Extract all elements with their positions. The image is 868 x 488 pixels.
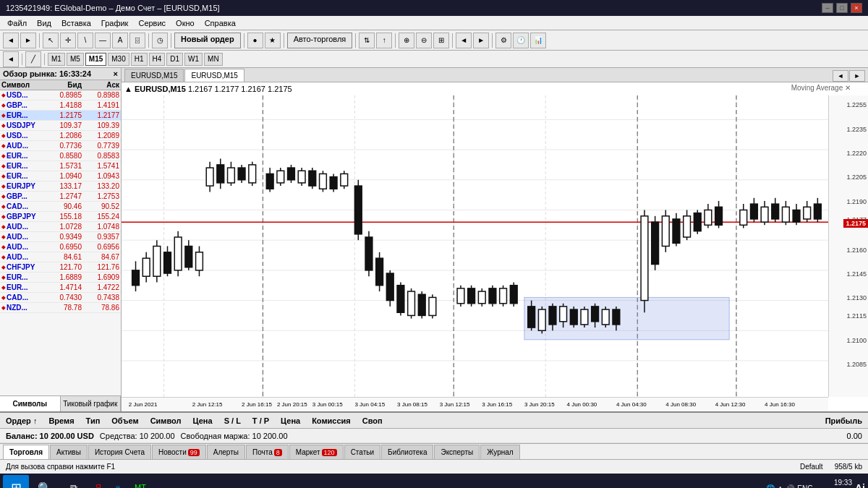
watchlist-row[interactable]: NZD... 78.78 78.86 bbox=[0, 303, 121, 313]
chart-svg[interactable] bbox=[122, 95, 828, 397]
watchlist-row[interactable]: EUR... 0.8580 0.8583 bbox=[0, 151, 121, 161]
watchlist-close[interactable]: × bbox=[114, 69, 118, 78]
tf-m30[interactable]: M30 bbox=[108, 53, 129, 66]
tf-m1[interactable]: M1 bbox=[48, 53, 65, 66]
tb-hline[interactable]: — bbox=[95, 33, 111, 48]
bottom-tab-активы[interactable]: Активы bbox=[50, 445, 88, 459]
bottom-tab-торговля[interactable]: Торговля bbox=[3, 445, 49, 459]
menu-service[interactable]: Сервис bbox=[134, 18, 170, 28]
watchlist-row[interactable]: AUD... 1.0728 1.0748 bbox=[0, 222, 121, 232]
menu-chart[interactable]: График bbox=[97, 18, 133, 28]
maximize-button[interactable]: □ bbox=[836, 3, 848, 13]
watchlist-row[interactable]: CHFJPY 121.70 121.76 bbox=[0, 262, 121, 273]
menu-insert[interactable]: Вставка bbox=[57, 18, 95, 28]
svg-rect-75 bbox=[418, 294, 425, 315]
watchlist-row[interactable]: EUR... 1.6889 1.6909 bbox=[0, 273, 121, 283]
tf-m5[interactable]: M5 bbox=[67, 53, 84, 66]
watchlist-row[interactable]: EUR... 1.4714 1.4722 bbox=[0, 283, 121, 293]
chart-tab-0[interactable]: EURUSD,M15 bbox=[124, 69, 184, 82]
menu-help[interactable]: Справка bbox=[200, 18, 240, 28]
tb-fwd[interactable]: ► bbox=[20, 33, 36, 48]
tb-crosshair[interactable]: ✛ bbox=[60, 33, 76, 48]
tb-coin[interactable]: ● bbox=[247, 33, 263, 48]
tf-h1[interactable]: H1 bbox=[131, 53, 148, 66]
menu-file[interactable]: Файл bbox=[3, 18, 31, 28]
tb-left[interactable]: ◄ bbox=[456, 33, 472, 48]
tf-m15[interactable]: M15 bbox=[85, 53, 106, 66]
tb-settings[interactable]: ⚙ bbox=[495, 33, 511, 48]
tb-zoom-out[interactable]: ⊖ bbox=[416, 33, 432, 48]
watchlist-row[interactable]: AUD... 0.9349 0.9357 bbox=[0, 232, 121, 242]
chart-scroll-left[interactable]: ◄ bbox=[833, 70, 848, 82]
svg-rect-29 bbox=[164, 252, 171, 273]
menu-window[interactable]: Окно bbox=[171, 18, 199, 28]
chart-ma-label[interactable]: Moving Average ✕ bbox=[788, 82, 854, 93]
tb-text[interactable]: A bbox=[112, 33, 128, 48]
row-bid: 155.18 bbox=[44, 213, 82, 221]
auto-trading-button[interactable]: Авто-торговля bbox=[287, 33, 353, 48]
tf-mn[interactable]: MN bbox=[204, 53, 223, 66]
watchlist-row[interactable]: EUR... 1.5731 1.5741 bbox=[0, 161, 121, 171]
minimize-button[interactable]: – bbox=[822, 3, 833, 13]
tf-line-tool[interactable]: ╱ bbox=[25, 51, 41, 67]
tb-line[interactable]: \ bbox=[77, 33, 93, 48]
tb-clock[interactable]: 🕐 bbox=[513, 33, 529, 48]
tb-cursor[interactable]: ↖ bbox=[43, 33, 59, 48]
bottom-tab-почта[interactable]: Почта8 bbox=[246, 445, 289, 459]
tb-fit[interactable]: ⊞ bbox=[433, 33, 449, 48]
tb-zoom-in[interactable]: ⊕ bbox=[399, 33, 414, 48]
watchlist-row[interactable]: EUR... 1.0940 1.0943 bbox=[0, 171, 121, 181]
tf-h4[interactable]: H4 bbox=[149, 53, 166, 66]
tb-star[interactable]: ★ bbox=[265, 33, 281, 48]
watchlist-row[interactable]: EURJPY 133.17 133.20 bbox=[0, 181, 121, 192]
price-axis-labels: 1.2255 1.2235 1.2220 1.2205 1.2190 1.217… bbox=[828, 95, 868, 397]
bottom-tab-история-счета[interactable]: История Счета bbox=[88, 445, 151, 459]
mt5-app[interactable]: MT bbox=[129, 475, 152, 488]
browser-app[interactable]: e bbox=[110, 475, 126, 488]
wl-tab-tick[interactable]: Тиковый график bbox=[61, 396, 122, 411]
watchlist-row[interactable]: AUD... 0.6950 0.6956 bbox=[0, 242, 121, 252]
bottom-tab-статьи[interactable]: Статьи bbox=[344, 445, 380, 459]
tf-arrow-left[interactable]: ◄ bbox=[3, 51, 19, 67]
tb-back[interactable]: ◄ bbox=[3, 33, 19, 48]
tb-chart-up[interactable]: ↑ bbox=[376, 33, 392, 48]
menu-view[interactable]: Вид bbox=[33, 18, 56, 28]
watchlist-row[interactable]: GBP... 1.4188 1.4191 bbox=[0, 100, 121, 111]
new-order-button[interactable]: Новый ордер bbox=[174, 33, 241, 48]
tb-chart2[interactable]: 📊 bbox=[530, 33, 546, 48]
watchlist-row[interactable]: USD... 0.8985 0.8988 bbox=[0, 90, 121, 100]
wl-tab-symbols[interactable]: Символы bbox=[0, 396, 61, 411]
bottom-tab-эксперты[interactable]: Эксперты bbox=[434, 445, 480, 459]
bottom-tab-библиотека[interactable]: Библиотека bbox=[381, 445, 433, 459]
bottom-tab-новости[interactable]: Новости99 bbox=[152, 445, 206, 459]
tb-sync[interactable]: ⇅ bbox=[359, 33, 375, 48]
bottom-tab-маркет[interactable]: Маркет120 bbox=[289, 445, 344, 459]
row-ask: 1.2177 bbox=[82, 111, 119, 119]
chart-area[interactable]: ▲ EURUSD,M15 1.2167 1.2177 1.2167 1.2175… bbox=[122, 82, 868, 411]
watchlist-row[interactable]: USDJPY 109.37 109.39 bbox=[0, 121, 121, 131]
bottom-tab-алерты[interactable]: Алерты bbox=[207, 445, 245, 459]
taskview-button[interactable]: ⧉ bbox=[61, 475, 87, 488]
start-button[interactable]: ⊞ bbox=[3, 475, 29, 488]
watchlist-row[interactable]: EUR... 1.2175 1.2177 bbox=[0, 111, 121, 121]
yandex-app[interactable]: Я bbox=[90, 475, 107, 488]
tb-fibo[interactable]: ⌻ bbox=[129, 33, 145, 48]
tf-d1[interactable]: D1 bbox=[166, 53, 183, 66]
watchlist-row[interactable]: CAD... 90.46 90.52 bbox=[0, 202, 121, 212]
tb-right[interactable]: ► bbox=[473, 33, 489, 48]
search-button[interactable]: 🔍 bbox=[32, 475, 58, 488]
tf-w1[interactable]: W1 bbox=[184, 53, 203, 66]
close-button[interactable]: × bbox=[851, 3, 862, 13]
watchlist-row[interactable]: GBPJPY 155.18 155.24 bbox=[0, 212, 121, 222]
watchlist-row[interactable]: USD... 1.2086 1.2089 bbox=[0, 131, 121, 141]
watchlist-row[interactable]: AUD... 84.61 84.67 bbox=[0, 252, 121, 262]
chart-tab-1[interactable]: EURUSD,M15 bbox=[184, 69, 244, 82]
tb-period[interactable]: ◷ bbox=[152, 33, 168, 48]
watchlist-row[interactable]: CAD... 0.7430 0.7438 bbox=[0, 293, 121, 303]
watchlist-row[interactable]: GBP... 1.2747 1.2753 bbox=[0, 192, 121, 202]
chart-scroll-right[interactable]: ► bbox=[849, 70, 865, 82]
watchlist-row[interactable]: AUD... 0.7736 0.7739 bbox=[0, 141, 121, 151]
ai-label[interactable]: Ai bbox=[855, 482, 865, 488]
tf-sep2 bbox=[44, 53, 45, 65]
bottom-tab-журнал[interactable]: Журнал bbox=[480, 445, 520, 459]
